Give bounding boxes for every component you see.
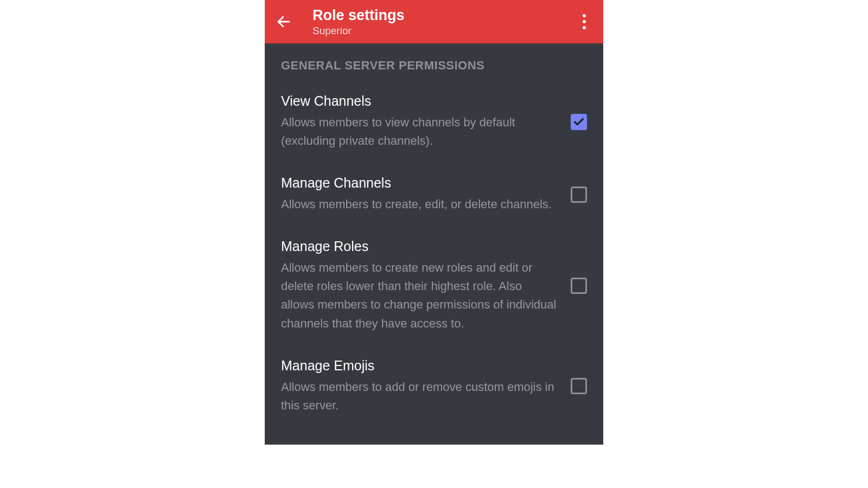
permission-manage-emojis[interactable]: Manage Emojis Allows members to add or r… bbox=[281, 358, 587, 415]
permission-title: Manage Channels bbox=[281, 175, 558, 191]
permission-description: Allows members to create, edit, or delet… bbox=[281, 195, 558, 214]
permission-text: Manage Channels Allows members to create… bbox=[281, 175, 558, 214]
overflow-menu-button[interactable] bbox=[575, 12, 593, 31]
permission-view-channels[interactable]: View Channels Allows members to view cha… bbox=[281, 93, 587, 150]
section-header: GENERAL SERVER PERMISSIONS bbox=[281, 59, 587, 73]
permission-text: Manage Roles Allows members to create ne… bbox=[281, 239, 558, 332]
role-settings-screen: Role settings Superior GENERAL SERVER PE… bbox=[265, 0, 603, 445]
header-titles: Role settings Superior bbox=[312, 7, 556, 37]
page-subtitle: Superior bbox=[312, 25, 556, 37]
permission-manage-roles[interactable]: Manage Roles Allows members to create ne… bbox=[281, 239, 587, 332]
permission-title: Manage Roles bbox=[281, 239, 558, 254]
permission-text: Manage Emojis Allows members to add or r… bbox=[281, 358, 558, 415]
checkbox-manage-emojis[interactable] bbox=[571, 378, 587, 394]
permission-description: Allows members to add or remove custom e… bbox=[281, 378, 558, 415]
permission-title: View Channels bbox=[281, 93, 558, 109]
app-header: Role settings Superior bbox=[265, 0, 603, 43]
arrow-left-icon bbox=[276, 14, 292, 30]
check-icon bbox=[573, 116, 585, 128]
checkbox-view-channels[interactable] bbox=[571, 114, 587, 130]
permission-text: View Channels Allows members to view cha… bbox=[281, 93, 558, 150]
permission-description: Allows members to create new roles and e… bbox=[281, 259, 558, 332]
checkbox-manage-channels[interactable] bbox=[571, 187, 587, 203]
checkbox-manage-roles[interactable] bbox=[571, 278, 587, 294]
permissions-content: GENERAL SERVER PERMISSIONS View Channels… bbox=[265, 43, 603, 445]
permission-manage-channels[interactable]: Manage Channels Allows members to create… bbox=[281, 175, 587, 214]
page-title: Role settings bbox=[312, 7, 556, 24]
permission-title: Manage Emojis bbox=[281, 358, 558, 374]
permission-description: Allows members to view channels by defau… bbox=[281, 113, 558, 150]
back-button[interactable] bbox=[275, 12, 293, 31]
more-vertical-icon bbox=[583, 14, 586, 29]
